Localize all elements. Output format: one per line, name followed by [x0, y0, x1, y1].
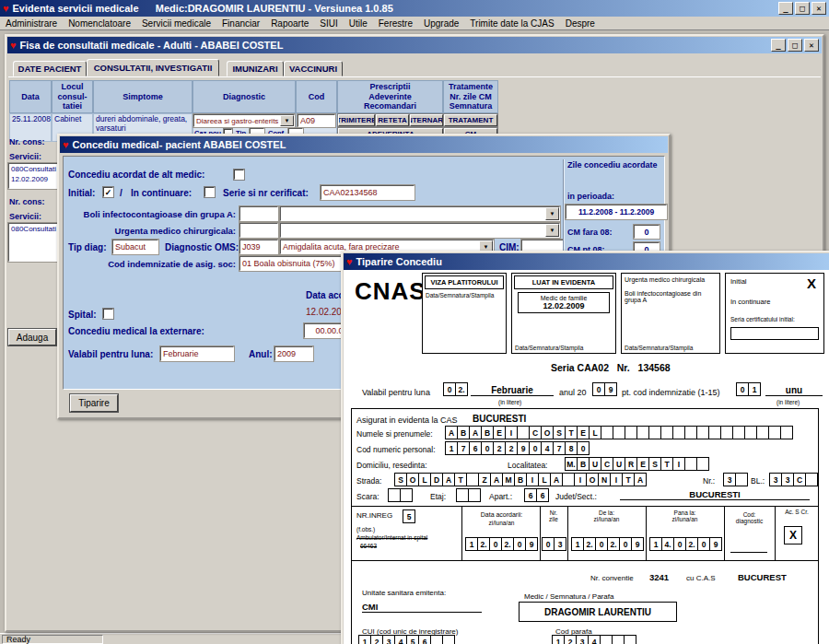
tiparire-window-title: Tiparire Concediu: [356, 256, 442, 267]
urgenta-code-input[interactable]: [239, 223, 278, 238]
fisa-window-controls: _ □ ✕: [771, 39, 819, 52]
anul-input[interactable]: 2009: [274, 346, 313, 361]
slash-label: /: [120, 188, 123, 198]
menu-servicii-medicale[interactable]: Servicii medicale: [136, 18, 216, 29]
col-header-prescriptii: Prescriptii Adeverinte Recomandari: [337, 80, 443, 113]
menu-siui[interactable]: SIUI: [314, 18, 343, 29]
col-pana-cells: 14.02.09: [649, 537, 722, 551]
menu-ferestre[interactable]: Ferestre: [373, 18, 418, 29]
col-zile-cells: 03: [542, 537, 566, 551]
tiparire-titlebar[interactable]: ♥ Tiparire Concediu: [344, 253, 829, 270]
table-bottom-line: [351, 560, 819, 561]
urgenta-combo[interactable]: ▼: [280, 223, 560, 238]
col-header-tratamente: Tratamente Nr. zile CM Semnatura: [443, 80, 498, 113]
tab-date-pacient[interactable]: DATE PACIENT: [13, 61, 87, 76]
concediu-titlebar[interactable]: ♥ Concediu medical- pacient ABABEI COSTE…: [60, 136, 668, 153]
menu-utile[interactable]: Utile: [344, 18, 373, 29]
spital-label: Spital:: [68, 310, 97, 320]
adauga-button[interactable]: Adauga: [8, 329, 56, 345]
list-item[interactable]: 12.02.2009: [9, 174, 58, 184]
table-top-line: [351, 506, 819, 507]
strada-label: Strada:: [356, 476, 381, 486]
fisa-close-icon[interactable]: ✕: [804, 39, 819, 52]
fisa-maximize-icon[interactable]: □: [788, 39, 802, 52]
medic-value-box: DRAGOMIR LAURENTIU: [519, 602, 677, 622]
menu-rapoarte[interactable]: Rapoarte: [265, 18, 314, 29]
cnp-cells: 176022904780: [445, 441, 590, 455]
tab-imunizari[interactable]: IMUNIZARI: [227, 61, 284, 76]
in-litere-label-2: (in litere): [776, 399, 800, 405]
menu-upgrade[interactable]: Upgrade: [418, 18, 464, 29]
luna-name: Februarie: [471, 385, 554, 396]
luat-body: Data/Semnatura/Stampila: [515, 345, 583, 351]
list-item[interactable]: 080Consultati: [9, 224, 58, 234]
serie-label: Serie si nr cerificat:: [223, 188, 309, 198]
nrinreg-label: NR.INREG: [356, 511, 392, 520]
tab-consultatii-investigatii[interactable]: CONSULTATII, INVESTIGATII: [87, 59, 219, 76]
pt-cod-label: pt. cod indemnizatie (1-15): [622, 388, 720, 397]
acs-x-mark: X: [784, 526, 802, 544]
chevron-down-icon[interactable]: ▼: [545, 207, 559, 220]
diag-oms-input[interactable]: J039: [239, 240, 278, 254]
initial-checkbox[interactable]: ✓: [103, 187, 113, 197]
col-zile-header: Nr. zile: [540, 509, 567, 522]
chevron-down-icon[interactable]: ▼: [545, 224, 559, 237]
cod-input[interactable]: A09: [298, 114, 335, 127]
cod-indemn-value: 01 Boala obisnuita (75%): [242, 259, 335, 268]
bl-cells: 33C: [769, 473, 818, 486]
luat-inner-box: Medic de familie 12.02.2009: [518, 292, 610, 313]
printer-icon: ♥: [346, 257, 353, 267]
internare-button[interactable]: INTERNARE: [410, 114, 443, 126]
viza-box: VIZA PLATITORULUI Data/Semnatura/Stampil…: [422, 273, 507, 354]
unitate-label: Unitate sanitara emitenta:: [362, 589, 446, 597]
reteta-button[interactable]: RETETA: [376, 114, 409, 126]
close-icon[interactable]: ✕: [811, 2, 826, 15]
diagnostic-combo-value: Diareea si gastro-enterits: [196, 117, 278, 125]
externare-label: Concediu medical la externare:: [68, 326, 204, 336]
col-dela-header: De la: zi/luna/an: [567, 509, 646, 522]
initial-label: Initial: [730, 277, 747, 286]
servicii-listbox-2[interactable]: 080Consultati: [8, 223, 59, 262]
valabil-label: Valabil pentru luna: [362, 388, 430, 397]
fisa-minimize-icon[interactable]: _: [771, 39, 786, 52]
list-item[interactable]: 080Consultati: [9, 164, 58, 174]
menu-trimite-date[interactable]: Trimite date la CJAS: [464, 18, 559, 29]
trimitere-button[interactable]: TRIMITERE: [338, 114, 375, 126]
tip-diag-input[interactable]: Subacut: [112, 240, 158, 254]
valabil-label: Valabil pentru luna:: [68, 349, 153, 359]
in-continuare-checkbox[interactable]: [204, 187, 215, 197]
valabil-input[interactable]: Februarie: [160, 346, 234, 361]
nrinreg-cells: 5: [403, 509, 415, 523]
boli-code-input[interactable]: [239, 206, 278, 221]
spital-checkbox[interactable]: [103, 309, 113, 319]
menu-administrare[interactable]: Administrare: [0, 18, 63, 29]
tiparire-button[interactable]: Tiparire: [70, 394, 118, 412]
boli-combo[interactable]: ▼: [280, 206, 560, 221]
nume-label: Numele si prenumele:: [356, 429, 433, 439]
servicii-listbox-1[interactable]: 080Consultati 12.02.2009: [8, 163, 59, 189]
col-header-locul: Locul consul- tatiei: [52, 80, 93, 113]
nr-cons-label-1: Nr. cons:: [9, 137, 45, 146]
minimize-icon[interactable]: _: [778, 2, 793, 15]
bl-label: BL.:: [751, 476, 765, 486]
menu-despre[interactable]: Despre: [560, 18, 601, 29]
diagnostic-combo[interactable]: Diareea si gastro-enterits ▼: [193, 114, 295, 127]
col-dela-cells: 12.02.09: [571, 537, 644, 551]
luat-box: LUAT IN EVIDENTA Medic de familie 12.02.…: [511, 273, 616, 354]
maximize-icon[interactable]: □: [795, 2, 810, 15]
tab-vaccinuri[interactable]: VACCINURI: [284, 61, 343, 76]
main-titlebar[interactable]: ♥ Evidenta servicii medicale Medic:DRAGO…: [0, 0, 829, 17]
status-text: Ready: [2, 635, 103, 644]
col-data-cells: 12.02.09: [465, 537, 538, 551]
parafa-cells: 1234: [552, 635, 636, 644]
menu-nomenclatoare[interactable]: Nomenclatoare: [63, 18, 136, 29]
fisa-titlebar[interactable]: ♥ Fisa de consultatii medicale - Adulti …: [7, 37, 822, 53]
chevron-down-icon[interactable]: ▼: [280, 115, 294, 126]
tiparire-window: ♥ Tiparire Concediu CNAS VIZA PLATITORUL…: [341, 251, 829, 644]
menu-financiar[interactable]: Financiar: [216, 18, 265, 29]
medic-label: Medic / Semnatura / Parafa: [524, 592, 613, 601]
alt-medic-checkbox[interactable]: [234, 170, 244, 180]
seria-line: Seria CAA02 Nr. 134568: [551, 362, 671, 373]
serie-input[interactable]: CAA02134568: [321, 185, 414, 200]
tratament-button[interactable]: TRATAMENT: [444, 114, 497, 126]
